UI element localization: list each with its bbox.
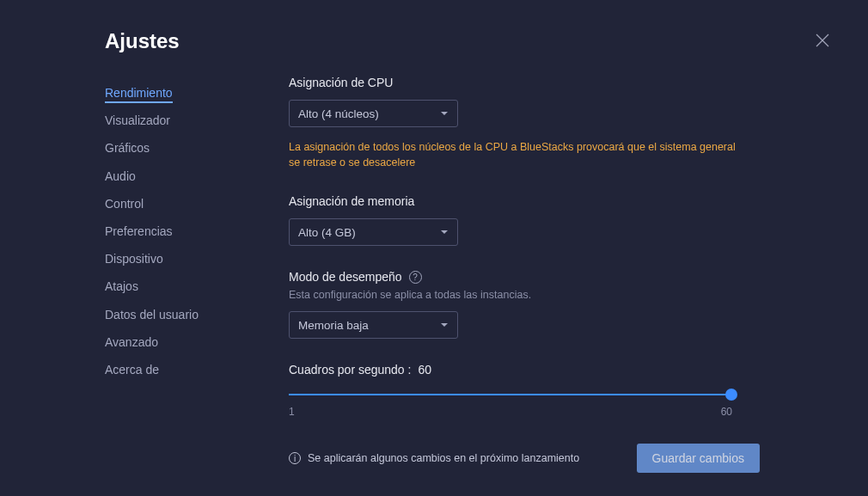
cpu-section: Asignación de CPU Alto (4 núcleos) La as… bbox=[289, 76, 736, 170]
sidebar-item-atajos[interactable]: Atajos bbox=[105, 272, 260, 300]
sidebar-item-preferencias[interactable]: Preferencias bbox=[105, 217, 260, 245]
fps-section: Cuadros por segundo : 60 1 60 bbox=[289, 363, 736, 418]
fps-min: 1 bbox=[289, 406, 295, 418]
sidebar-item-visualizador[interactable]: Visualizador bbox=[105, 107, 260, 134]
sidebar-item-avanzado[interactable]: Avanzado bbox=[105, 328, 260, 356]
sidebar-item-graficos[interactable]: Gráficos bbox=[105, 134, 260, 162]
fps-slider-labels: 1 60 bbox=[289, 406, 732, 418]
cpu-label: Asignación de CPU bbox=[289, 76, 736, 89]
cpu-select-value: Alto (4 núcleos) bbox=[298, 107, 379, 120]
cpu-warning: La asignación de todos los núcleos de la… bbox=[289, 139, 736, 170]
memory-select[interactable]: Alto (4 GB) bbox=[289, 218, 458, 246]
perf-mode-sublabel: Esta configuración se aplica a todas las… bbox=[289, 289, 736, 301]
cpu-select[interactable]: Alto (4 núcleos) bbox=[289, 100, 458, 127]
perf-mode-select[interactable]: Memoria baja bbox=[289, 311, 458, 339]
fps-max: 60 bbox=[721, 406, 732, 418]
help-icon[interactable]: ? bbox=[409, 271, 422, 284]
perf-mode-section: Modo de desempeño ? Esta configuración s… bbox=[289, 270, 736, 339]
save-button[interactable]: Guardar cambios bbox=[637, 444, 760, 473]
chevron-down-icon bbox=[440, 109, 449, 118]
fps-slider-track bbox=[289, 394, 732, 395]
sidebar-item-rendimiento[interactable]: Rendimiento bbox=[105, 79, 260, 107]
chevron-down-icon bbox=[440, 321, 449, 329]
footer: i Se aplicarán algunos cambios en el pró… bbox=[289, 444, 760, 473]
sidebar-item-datos-usuario[interactable]: Datos del usuario bbox=[105, 301, 260, 328]
sidebar-item-audio[interactable]: Audio bbox=[105, 162, 260, 190]
fps-slider[interactable] bbox=[289, 389, 732, 401]
fps-slider-thumb[interactable] bbox=[725, 389, 737, 401]
main-panel: Asignación de CPU Alto (4 núcleos) La as… bbox=[289, 76, 736, 442]
info-note: i Se aplicarán algunos cambios en el pró… bbox=[289, 452, 579, 464]
close-icon[interactable] bbox=[815, 33, 830, 48]
fps-label: Cuadros por segundo : 60 bbox=[289, 363, 736, 377]
sidebar-item-control[interactable]: Control bbox=[105, 190, 260, 217]
sidebar-item-acerca-de[interactable]: Acerca de bbox=[105, 356, 260, 383]
info-icon: i bbox=[289, 452, 301, 464]
chevron-down-icon bbox=[440, 228, 449, 236]
sidebar-item-dispositivo[interactable]: Dispositivo bbox=[105, 245, 260, 272]
perf-mode-label: Modo de desempeño ? bbox=[289, 270, 736, 284]
memory-section: Asignación de memoria Alto (4 GB) bbox=[289, 194, 736, 246]
sidebar: Rendimiento Visualizador Gráficos Audio … bbox=[105, 79, 260, 383]
perf-mode-select-value: Memoria baja bbox=[298, 319, 369, 332]
page-title: Ajustes bbox=[105, 29, 180, 53]
memory-select-value: Alto (4 GB) bbox=[298, 226, 356, 239]
memory-label: Asignación de memoria bbox=[289, 194, 736, 208]
